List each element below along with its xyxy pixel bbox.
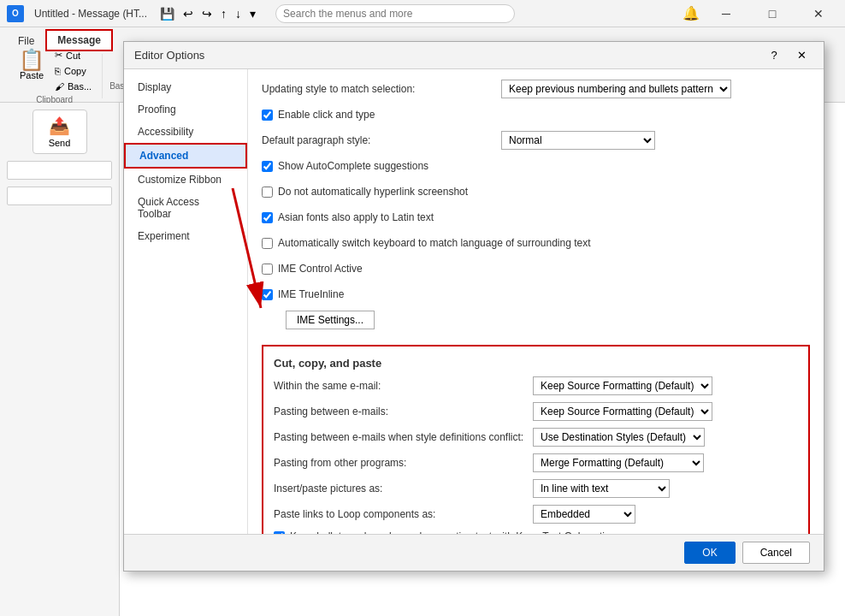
ime-settings-btn[interactable]: IME Settings... <box>286 311 375 329</box>
do-not-hyperlink-row: Do not automatically hyperlink screensho… <box>262 182 810 201</box>
redo-icon[interactable]: ↪ <box>199 7 215 21</box>
pasting-style-conflict-dropdown[interactable]: Use Destination Styles (Default) <box>533 428 705 447</box>
minimize-btn[interactable]: ─ <box>706 0 746 27</box>
cut-copy-paste-section: Cut, copy, and paste Within the same e-m… <box>262 345 810 534</box>
format-painter-btn[interactable]: 🖌Bas... <box>51 80 95 93</box>
ok-btn[interactable]: OK <box>684 542 735 564</box>
paste-links-label: Paste links to Loop components as: <box>274 508 526 520</box>
format-painter-icon: 🖌 <box>55 81 64 92</box>
undo-icon[interactable]: ↩ <box>180 7 196 21</box>
maximize-btn[interactable]: □ <box>753 0 792 27</box>
compose-area: 📤 Send <box>0 103 120 616</box>
to-field[interactable] <box>7 161 112 180</box>
ime-trueinline-label[interactable]: IME TrueInline <box>262 288 344 300</box>
nav-proofing[interactable]: Proofing <box>124 98 247 121</box>
default-para-style-dropdown[interactable]: Normal <box>501 131 655 150</box>
insert-paste-pictures-row: Insert/paste pictures as: In line with t… <box>274 479 798 498</box>
dialog-title-btns: ? ✕ <box>762 46 813 65</box>
nav-advanced[interactable]: Advanced <box>124 143 247 169</box>
ime-control-checkbox[interactable] <box>262 264 273 275</box>
default-para-style-row: Default paragraph style: Normal <box>262 131 810 150</box>
enable-click-type-checkbox[interactable] <box>262 110 273 121</box>
search-input[interactable] <box>275 4 515 23</box>
nav-display[interactable]: Display <box>124 76 247 98</box>
within-same-email-label: Within the same e-mail: <box>274 380 526 392</box>
nav-experiment[interactable]: Experiment <box>124 225 247 247</box>
updating-style-dropdown[interactable]: Keep previous numbering and bullets patt… <box>501 80 731 98</box>
close-btn[interactable]: ✕ <box>799 0 838 27</box>
keep-bullets-label[interactable]: Keep bullets and numbers when pasting te… <box>290 530 616 534</box>
down-icon[interactable]: ↓ <box>233 7 244 21</box>
paste-btn[interactable]: 📋 Paste <box>14 48 50 93</box>
auto-switch-keyboard-row: Automatically switch keyboard to match l… <box>262 234 810 252</box>
bell-icon[interactable]: 🔔 <box>682 5 700 21</box>
asian-fonts-checkbox[interactable] <box>262 212 273 223</box>
nav-accessibility[interactable]: Accessibility <box>124 121 247 143</box>
title-bar: O Untitled - Message (HT... 💾 ↩ ↪ ↑ ↓ ▾ … <box>0 0 845 27</box>
save-icon[interactable]: 💾 <box>157 7 177 21</box>
paste-icon: 📋 <box>19 50 44 70</box>
dialog-help-btn[interactable]: ? <box>762 46 786 65</box>
more-icon[interactable]: ▾ <box>247 7 258 21</box>
cancel-btn[interactable]: Cancel <box>742 542 810 564</box>
dialog-nav: Display Proofing Accessibility Advanced … <box>124 69 248 534</box>
asian-fonts-row: Asian fonts also apply to Latin text <box>262 208 810 227</box>
ime-trueinline-checkbox[interactable] <box>262 289 273 300</box>
auto-switch-keyboard-checkbox[interactable] <box>262 238 273 249</box>
paste-links-row: Paste links to Loop components as: Embed… <box>274 505 798 524</box>
dialog-title: Editor Options <box>134 49 204 62</box>
copy-icon: ⎘ <box>55 66 61 76</box>
show-autocomplete-row: Show AutoComplete suggestions <box>262 157 810 175</box>
show-autocomplete-checkbox[interactable] <box>262 161 273 172</box>
ime-control-label[interactable]: IME Control Active <box>262 263 363 275</box>
enable-click-type-label[interactable]: Enable click and type <box>262 109 375 121</box>
auto-switch-keyboard-label[interactable]: Automatically switch keyboard to match l… <box>262 237 591 249</box>
ime-control-row: IME Control Active <box>262 259 810 278</box>
pasting-from-programs-row: Pasting from other programs: Merge Forma… <box>274 453 798 472</box>
editor-options-dialog: Editor Options ? ✕ Display Proofing Acce… <box>123 41 824 572</box>
within-same-email-row: Within the same e-mail: Keep Source Form… <box>274 376 798 395</box>
pasting-from-programs-dropdown[interactable]: Merge Formatting (Default) <box>533 453 704 472</box>
dialog-body: Display Proofing Accessibility Advanced … <box>124 69 824 534</box>
nav-customize-ribbon[interactable]: Customize Ribbon <box>124 169 247 191</box>
ribbon-group-clipboard: 📋 Paste ✂Cut ⎘Copy 🖌Bas... Clipboard <box>7 54 103 98</box>
default-para-style-label: Default paragraph style: <box>262 134 501 146</box>
send-btn[interactable]: 📤 Send <box>32 110 87 154</box>
main-area: 📤 Send Editor Options ? ✕ Display Proofi… <box>0 103 845 616</box>
keep-bullets-row: Keep bullets and numbers when pasting te… <box>274 530 798 534</box>
dialog-title-bar: Editor Options ? ✕ <box>124 42 824 69</box>
asian-fonts-label[interactable]: Asian fonts also apply to Latin text <box>262 211 434 223</box>
pasting-between-emails-row: Pasting between e-mails: Keep Source For… <box>274 402 798 421</box>
title-bar-left: O Untitled - Message (HT... 💾 ↩ ↪ ↑ ↓ ▾ <box>7 5 258 22</box>
dialog-content: Updating style to match selection: Keep … <box>248 69 824 534</box>
show-autocomplete-label[interactable]: Show AutoComplete suggestions <box>262 160 428 172</box>
ime-settings-row: IME Settings... <box>262 311 810 336</box>
pasting-between-emails-dropdown[interactable]: Keep Source Formatting (Default) <box>533 402 712 421</box>
do-not-hyperlink-label[interactable]: Do not automatically hyperlink screensho… <box>262 186 468 198</box>
app-icon: O <box>7 5 24 22</box>
insert-paste-pictures-dropdown[interactable]: In line with text <box>533 479 670 498</box>
pasting-from-programs-label: Pasting from other programs: <box>274 457 526 469</box>
subject-field[interactable] <box>7 187 112 205</box>
within-same-email-dropdown[interactable]: Keep Source Formatting (Default) <box>533 376 712 395</box>
keep-bullets-checkbox[interactable] <box>274 531 285 535</box>
dialog-footer: OK Cancel <box>124 534 824 571</box>
enable-click-type-row: Enable click and type <box>262 105 810 124</box>
send-icon: 📤 <box>49 116 70 136</box>
nav-quick-access[interactable]: Quick Access Toolbar <box>124 191 247 225</box>
pasting-style-conflict-row: Pasting between e-mails when style defin… <box>274 428 798 447</box>
paste-links-dropdown[interactable]: Embedded <box>533 505 635 524</box>
copy-btn[interactable]: ⎘Copy <box>51 64 95 78</box>
updating-style-row: Updating style to match selection: Keep … <box>262 80 810 98</box>
up-icon[interactable]: ↑ <box>218 7 229 21</box>
dialog-close-btn[interactable]: ✕ <box>789 46 813 65</box>
cut-copy-paste-header: Cut, copy, and paste <box>274 357 798 370</box>
title-bar-title: Untitled - Message (HT... <box>34 8 147 20</box>
title-bar-search[interactable] <box>275 4 515 23</box>
pasting-style-conflict-label: Pasting between e-mails when style defin… <box>274 431 526 443</box>
do-not-hyperlink-checkbox[interactable] <box>262 187 273 198</box>
dialog-overlay: Editor Options ? ✕ Display Proofing Acce… <box>103 34 845 616</box>
insert-paste-pictures-label: Insert/paste pictures as: <box>274 483 526 495</box>
updating-style-label: Updating style to match selection: <box>262 83 501 95</box>
pasting-between-emails-label: Pasting between e-mails: <box>274 406 526 418</box>
